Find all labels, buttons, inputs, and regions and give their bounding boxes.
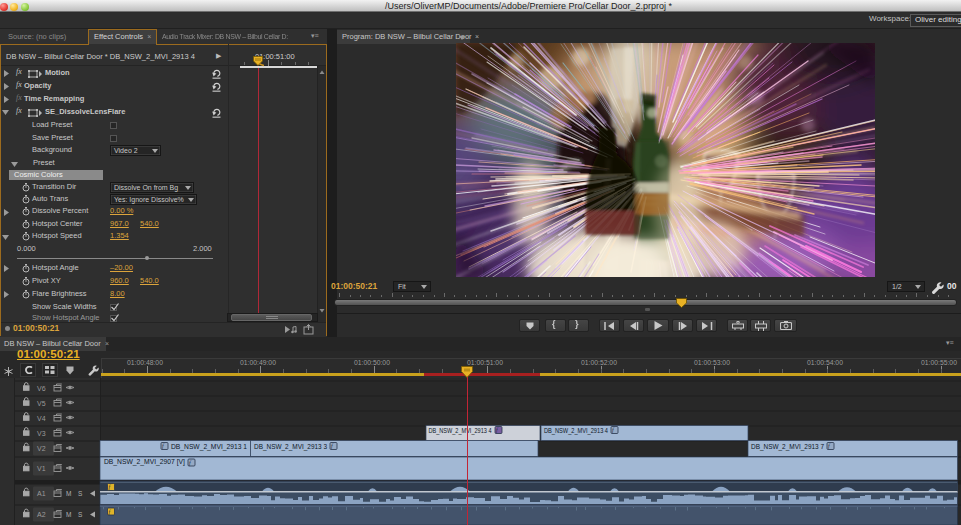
- svg-text:A1: A1: [37, 490, 46, 497]
- svg-text:DB_NSW_2_MVI_2907 [V]: DB_NSW_2_MVI_2907 [V]: [104, 458, 185, 466]
- svg-text:V3: V3: [37, 430, 46, 437]
- svg-text:V4: V4: [37, 415, 46, 422]
- svg-text:V2: V2: [37, 445, 46, 452]
- svg-text:M: M: [66, 511, 71, 518]
- svg-text:DB_NSW_2_MVI_2913 4: DB_NSW_2_MVI_2913 4: [544, 427, 608, 435]
- svg-text:DB_NSW_2_MVI_2913 1: DB_NSW_2_MVI_2913 1: [171, 443, 247, 451]
- svg-text:V5: V5: [37, 400, 46, 407]
- svg-text:DB_NSW_2_MVI_2913 7: DB_NSW_2_MVI_2913 7: [751, 443, 824, 451]
- svg-text:S: S: [78, 490, 83, 497]
- svg-text:V1: V1: [37, 465, 46, 472]
- svg-text:M: M: [66, 490, 71, 497]
- svg-text:DB_NSW_2_MVI_2913 4: DB_NSW_2_MVI_2913 4: [429, 427, 492, 435]
- svg-text:S: S: [78, 511, 83, 518]
- svg-text:A2: A2: [37, 511, 46, 518]
- svg-text:DB_NSW_2_MVI_2913 3: DB_NSW_2_MVI_2913 3: [254, 443, 327, 451]
- svg-text:V6: V6: [37, 385, 46, 392]
